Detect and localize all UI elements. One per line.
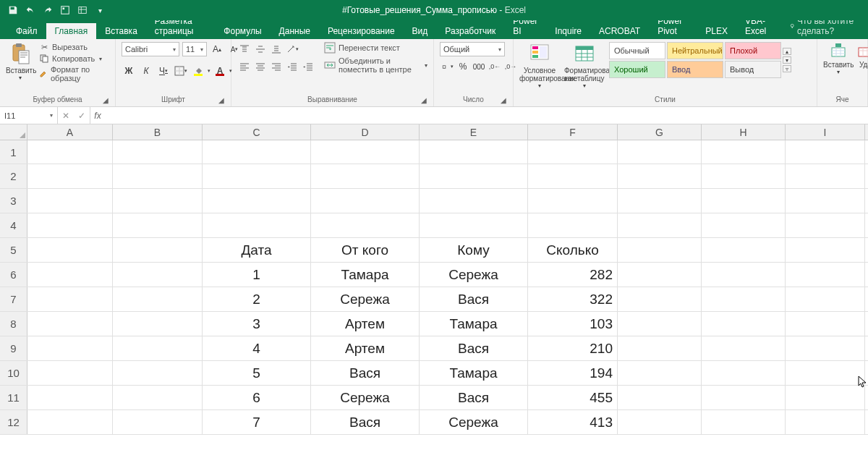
tab-data[interactable]: Данные <box>271 23 319 39</box>
cell-F8[interactable]: 103 <box>528 312 618 336</box>
cell-F4[interactable] <box>528 213 618 237</box>
font-name-combo[interactable]: Calibri▾ <box>122 42 179 56</box>
tab-inquire[interactable]: Inquire <box>546 23 590 39</box>
cut-button[interactable]: ✂Вырезать <box>39 42 109 52</box>
cell-A5[interactable] <box>27 238 113 262</box>
cell-D3[interactable] <box>311 189 420 213</box>
tab-view[interactable]: Вид <box>404 23 437 39</box>
row-header-10[interactable]: 10 <box>0 361 27 385</box>
col-header-H[interactable]: H <box>702 124 786 140</box>
align-center-button[interactable] <box>253 59 268 74</box>
paste-button[interactable]: Вставить ▾ <box>6 42 35 81</box>
percent-format-button[interactable]: % <box>456 59 470 74</box>
cell-B9[interactable] <box>113 336 203 360</box>
copy-button[interactable]: Копировать▾ <box>39 54 109 64</box>
cell-C12[interactable]: 7 <box>203 410 311 434</box>
cell-A10[interactable] <box>27 361 113 385</box>
cell-B3[interactable] <box>113 189 203 213</box>
qat-icon-1[interactable] <box>59 4 71 16</box>
cell-F6[interactable]: 282 <box>528 263 618 287</box>
col-header-I[interactable]: I <box>786 124 865 140</box>
cell-D2[interactable] <box>311 164 420 188</box>
row-header-11[interactable]: 11 <box>0 386 27 410</box>
cell-E11[interactable]: Вася <box>420 386 528 410</box>
qat-icon-2[interactable] <box>77 4 88 16</box>
cell-C1[interactable] <box>203 140 311 164</box>
cell-C9[interactable]: 4 <box>203 336 311 360</box>
cell-E7[interactable]: Вася <box>420 287 528 311</box>
cell-D12[interactable]: Вася <box>311 410 420 434</box>
cell-H12[interactable] <box>702 410 786 434</box>
cell-B4[interactable] <box>113 213 203 237</box>
cell-A4[interactable] <box>27 213 113 237</box>
cell-F12[interactable]: 413 <box>528 410 618 434</box>
cell-D7[interactable]: Сережа <box>311 287 420 311</box>
cell-G3[interactable] <box>618 189 702 213</box>
cell-G9[interactable] <box>618 336 702 360</box>
cell-F11[interactable]: 455 <box>528 386 618 410</box>
cell-E10[interactable]: Тамара <box>420 361 528 385</box>
gallery-down-icon[interactable]: ▾ <box>783 56 791 64</box>
cell-I11[interactable] <box>786 386 865 410</box>
style-bad[interactable]: Плохой <box>725 42 781 59</box>
row-header-1[interactable]: 1 <box>0 140 27 164</box>
cell-C11[interactable]: 6 <box>203 386 311 410</box>
cell-I2[interactable] <box>786 164 865 188</box>
row-header-8[interactable]: 8 <box>0 312 27 336</box>
style-output[interactable]: Вывод <box>725 61 781 78</box>
dialog-launcher-icon[interactable]: ◢ <box>500 96 507 103</box>
increase-indent-button[interactable] <box>301 59 315 74</box>
cell-D4[interactable] <box>311 213 420 237</box>
cell-C10[interactable]: 5 <box>203 361 311 385</box>
cell-H4[interactable] <box>702 213 786 237</box>
cell-H5[interactable] <box>702 238 786 262</box>
cell-G6[interactable] <box>618 263 702 287</box>
formula-input[interactable] <box>105 107 868 124</box>
row-header-4[interactable]: 4 <box>0 213 27 237</box>
align-right-button[interactable] <box>269 59 284 74</box>
tab-formulas[interactable]: Формулы <box>215 23 270 39</box>
cell-F5[interactable]: Сколько <box>528 238 618 262</box>
tab-developer[interactable]: Разработчик <box>436 23 504 39</box>
cell-A12[interactable] <box>27 410 113 434</box>
cell-E2[interactable] <box>420 164 528 188</box>
cell-A3[interactable] <box>27 189 113 213</box>
cell-C2[interactable] <box>203 164 311 188</box>
dialog-launcher-icon[interactable]: ◢ <box>218 96 225 103</box>
row-header-12[interactable]: 12 <box>0 410 27 434</box>
insert-cells-button[interactable]: Вставить▾ <box>823 42 854 75</box>
tab-home[interactable]: Главная <box>46 23 97 39</box>
fill-color-button[interactable]: ▾ <box>191 64 205 78</box>
dialog-launcher-icon[interactable]: ◢ <box>420 96 427 103</box>
cell-E6[interactable]: Сережа <box>420 263 528 287</box>
cell-C7[interactable]: 2 <box>203 287 311 311</box>
cell-D10[interactable]: Вася <box>311 361 420 385</box>
style-input[interactable]: Ввод <box>667 61 723 78</box>
fx-icon[interactable]: fx <box>90 107 105 124</box>
cell-B12[interactable] <box>113 410 203 434</box>
cell-C5[interactable]: Дата <box>203 238 311 262</box>
increase-decimal-button[interactable]: ,0← <box>488 59 502 74</box>
cell-B10[interactable] <box>113 361 203 385</box>
select-all-corner[interactable] <box>0 124 27 140</box>
col-header-F[interactable]: F <box>528 124 618 140</box>
dialog-launcher-icon[interactable]: ◢ <box>102 96 109 103</box>
cell-G2[interactable] <box>618 164 702 188</box>
style-normal[interactable]: Обычный <box>609 42 665 59</box>
cell-G1[interactable] <box>618 140 702 164</box>
underline-button[interactable]: Ч▾ <box>156 64 171 78</box>
cell-I6[interactable] <box>786 263 865 287</box>
cell-I5[interactable] <box>786 238 865 262</box>
cell-I9[interactable] <box>786 336 865 360</box>
col-header-A[interactable]: A <box>27 124 113 140</box>
cell-I4[interactable] <box>786 213 865 237</box>
cell-E4[interactable] <box>420 213 528 237</box>
conditional-formatting-button[interactable]: Условное форматирование▾ <box>519 42 560 89</box>
cell-E8[interactable]: Тамара <box>420 312 528 336</box>
cell-A6[interactable] <box>27 263 113 287</box>
delete-cells-button[interactable]: Уда <box>856 42 868 69</box>
col-header-D[interactable]: D <box>311 124 420 140</box>
cell-G10[interactable] <box>618 361 702 385</box>
cell-A11[interactable] <box>27 386 113 410</box>
cell-E1[interactable] <box>420 140 528 164</box>
